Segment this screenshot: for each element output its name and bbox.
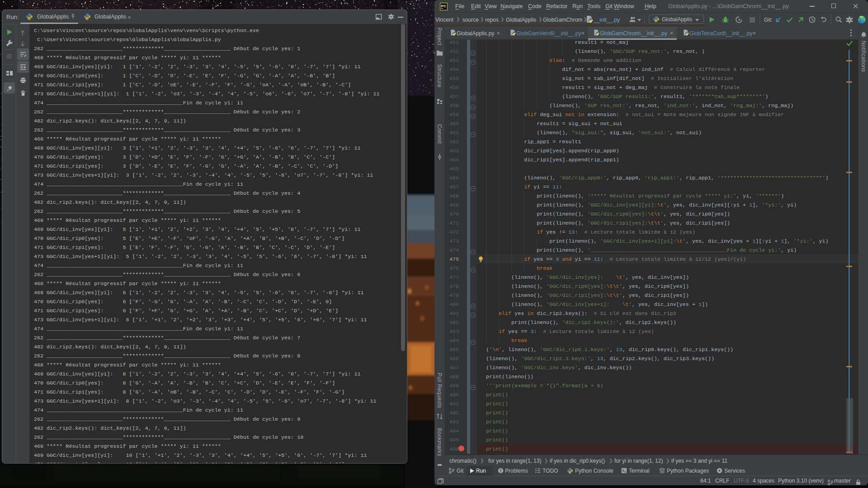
svg-text:PC: PC <box>441 4 446 8</box>
